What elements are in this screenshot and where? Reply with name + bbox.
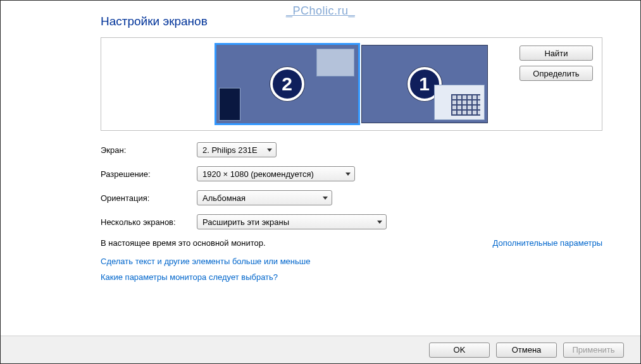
resolution-dropdown[interactable]: 1920 × 1080 (рекомендуется): [197, 166, 355, 181]
primary-monitor-status: В настоящее время это основной монитор.: [101, 238, 266, 248]
monitor-preview: 2 1 Найти Определить: [101, 37, 602, 131]
dialog-footer: OK Отмена Применить: [1, 336, 640, 363]
window-thumb-icon: [434, 85, 485, 120]
window-thumb-icon: [219, 88, 240, 121]
monitor-1[interactable]: 1: [361, 45, 488, 123]
cancel-button[interactable]: Отмена: [496, 343, 557, 358]
watermark: _PCholic.ru_: [1, 4, 640, 18]
apply-button[interactable]: Применить: [563, 343, 624, 358]
monitor-number: 2: [270, 67, 304, 101]
which-settings-link[interactable]: Какие параметры монитора следует выбрать…: [101, 272, 602, 282]
display-label: Экран:: [101, 145, 197, 155]
display-dropdown[interactable]: 2. Philips 231E: [197, 142, 277, 157]
find-button[interactable]: Найти: [520, 46, 593, 61]
resolution-value: 1920 × 1080 (рекомендуется): [202, 169, 314, 179]
ok-button[interactable]: OK: [429, 343, 490, 358]
chevron-down-icon: [345, 173, 351, 176]
resolution-label: Разрешение:: [101, 169, 197, 179]
orientation-dropdown[interactable]: Альбомная: [197, 190, 332, 205]
orientation-label: Ориентация:: [101, 193, 197, 203]
text-size-link[interactable]: Сделать текст и другие элементы больше и…: [101, 257, 602, 266]
monitor-2[interactable]: 2: [216, 44, 359, 124]
display-value: 2. Philips 231E: [202, 145, 258, 155]
advanced-settings-link[interactable]: Дополнительные параметры: [492, 238, 602, 248]
identify-button[interactable]: Определить: [520, 66, 593, 81]
window-thumb-icon: [316, 49, 354, 76]
multiple-displays-label: Несколько экранов:: [101, 217, 197, 227]
multiple-displays-value: Расширить эти экраны: [202, 217, 289, 227]
chevron-down-icon: [323, 197, 328, 200]
orientation-value: Альбомная: [202, 193, 246, 203]
chevron-down-icon: [267, 149, 272, 152]
chevron-down-icon: [377, 221, 382, 224]
multiple-displays-dropdown[interactable]: Расширить эти экраны: [197, 214, 387, 229]
